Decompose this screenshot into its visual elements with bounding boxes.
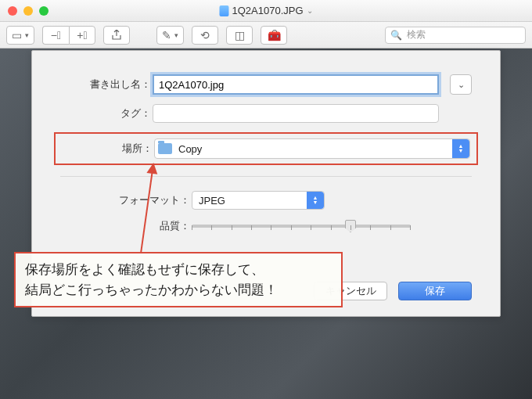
slider-ticks [192, 225, 411, 230]
annotation-line2: 結局どこ行っちゃったかわからない問題！ [25, 280, 332, 300]
format-select[interactable]: JPEG ▲▼ [192, 191, 325, 210]
export-name-input[interactable] [153, 74, 439, 95]
toolbox-button[interactable]: 🧰 [261, 26, 287, 45]
search-placeholder: 検索 [407, 28, 426, 41]
updown-caret-icon: ▲▼ [452, 139, 469, 158]
format-value: JPEG [199, 195, 225, 207]
quality-label: 品質： [60, 219, 192, 233]
document-icon [219, 5, 228, 16]
tag-input[interactable] [153, 104, 439, 123]
sidebar-toggle-button[interactable]: ▭ ▾ [6, 26, 34, 45]
share-button[interactable] [103, 26, 130, 45]
tag-label: タグ： [60, 106, 153, 120]
annotation-callout: 保存場所をよく確認もせずに保存して、 結局どこ行っちゃったかわからない問題！ [14, 252, 343, 307]
toolbar: ▭ ▾ −⃝ +⃝ ✎ ▾ ⟲ ◫ 🧰 🔍 検索 [0, 22, 532, 49]
folder-icon [158, 143, 172, 154]
location-value: Copy [178, 143, 202, 155]
window-title[interactable]: 1Q2A1070.JPG ⌄ [219, 5, 312, 16]
search-icon: 🔍 [390, 30, 402, 41]
search-input[interactable]: 🔍 検索 [385, 27, 526, 44]
location-row-highlight: 場所： Copy ▲▼ [54, 132, 478, 165]
save-button[interactable]: 保存 [398, 282, 472, 300]
location-label: 場所： [62, 142, 154, 156]
close-window-button[interactable] [8, 6, 17, 16]
zoom-in-button[interactable]: +⃝ [69, 26, 95, 45]
share-icon [111, 30, 122, 41]
rotate-button[interactable]: ⟲ [192, 26, 218, 45]
annotation-line1: 保存場所をよく確認もせずに保存して、 [25, 260, 332, 280]
chevron-down-icon: ⌄ [307, 6, 313, 15]
maximize-window-button[interactable] [39, 6, 49, 16]
location-select[interactable]: Copy ▲▼ [154, 138, 470, 159]
minimize-window-button[interactable] [23, 6, 33, 16]
window-titlebar: 1Q2A1070.JPG ⌄ [0, 0, 532, 22]
divider [60, 176, 472, 177]
title-text: 1Q2A1070.JPG [232, 5, 303, 16]
markup-button[interactable]: ✎ ▾ [156, 26, 184, 45]
export-name-label: 書き出し名： [60, 77, 153, 92]
crop-button[interactable]: ◫ [226, 26, 253, 45]
expand-dialog-button[interactable]: ⌄ [450, 74, 472, 95]
quality-slider[interactable] [192, 219, 472, 233]
updown-caret-icon: ▲▼ [307, 192, 324, 209]
zoom-out-button[interactable]: −⃝ [42, 26, 69, 45]
format-label: フォーマット： [60, 193, 192, 207]
